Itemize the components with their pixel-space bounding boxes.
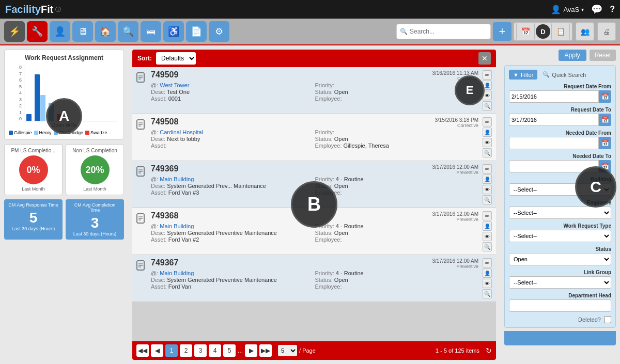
help-icon[interactable]: ?: [610, 5, 615, 14]
wr-zoom-btn-2[interactable]: 🔍: [483, 148, 492, 157]
wr-status-5: Status: Open: [315, 277, 479, 283]
wr-item[interactable]: 749508 3/15/2016 3:18 PM Corrective @: C…: [132, 114, 496, 161]
bed-btn[interactable]: 🛏: [141, 21, 161, 42]
wr-edit-btn-3[interactable]: ✏: [483, 164, 492, 173]
link-group-select[interactable]: --Select--: [509, 276, 611, 289]
needed-date-from-input[interactable]: [509, 137, 599, 149]
wr-person-btn-2[interactable]: 👤: [483, 128, 492, 137]
wr-eye-btn-5[interactable]: 👁: [483, 279, 492, 288]
accessible-btn[interactable]: ♿: [163, 21, 184, 42]
cm-response-title: CM Avg Response Time: [7, 202, 59, 208]
prev-prev-btn[interactable]: ◀◀: [136, 344, 149, 357]
wr-eye-btn-4[interactable]: 👁: [483, 232, 492, 241]
request-date-to-input[interactable]: [509, 114, 599, 126]
refresh-icon[interactable]: ↻: [486, 346, 492, 355]
legend-label-swartze: Swartze...: [90, 130, 111, 135]
deleted-label: Deleted?: [578, 316, 601, 323]
wr-body-1: 749509 3/16/2016 11:13 AM Corrective @: …: [151, 70, 478, 110]
monitor-btn[interactable]: 🖥: [72, 21, 93, 42]
wr-edit-btn-1[interactable]: ✏: [483, 70, 492, 80]
gear-btn[interactable]: ⚙: [209, 21, 229, 42]
needed-date-from-cal-btn[interactable]: 📅: [599, 137, 611, 149]
sort-close-btn[interactable]: ✕: [478, 52, 491, 65]
apply-button[interactable]: Apply: [559, 50, 586, 61]
wr-type-5: Preventive: [432, 264, 478, 269]
page-1-btn[interactable]: 1: [165, 344, 178, 357]
pm-non-ls-widget: Non LS Completion 20% Last Month: [66, 144, 124, 195]
wr-person-btn-3[interactable]: 👤: [483, 175, 492, 184]
wr-edit-btn-4[interactable]: ✏: [483, 211, 492, 220]
sort-select[interactable]: Defaults Date Priority Status: [156, 52, 196, 65]
doc-btn[interactable]: 📄: [186, 21, 207, 42]
page-4-btn[interactable]: 4: [209, 344, 221, 357]
wr-type-select[interactable]: --Select--: [509, 230, 611, 242]
overlay-a: A: [46, 98, 82, 134]
wr-zoom-btn-4[interactable]: 🔍: [483, 242, 492, 251]
request-date-from-cal-btn[interactable]: 📅: [599, 90, 611, 103]
wr-employee-4: Employee:: [315, 236, 479, 243]
wr-zoom-btn-5[interactable]: 🔍: [483, 289, 492, 298]
dept-head-input[interactable]: [509, 299, 611, 312]
right-panel: Apply Reset ▼ Filter 🔍 Quick Search Requ…: [500, 45, 620, 364]
filter-tab-filter[interactable]: ▼ Filter: [509, 70, 537, 80]
person-btn[interactable]: 👤: [50, 21, 70, 42]
wr-zoom-btn-1[interactable]: 🔍: [483, 101, 492, 110]
wr-zoom-btn-3[interactable]: 🔍: [483, 195, 492, 204]
users-icon-btn[interactable]: 👥: [576, 22, 594, 41]
request-date-from-input[interactable]: [509, 90, 599, 103]
search-btn[interactable]: 🔍: [118, 21, 138, 42]
filter-icon: ▼: [513, 72, 519, 78]
print-icon-btn[interactable]: 🖨: [597, 22, 616, 41]
wr-desc-2: Desc: Next to lobby: [151, 136, 315, 142]
wr-eye-btn-2[interactable]: 👁: [483, 138, 492, 147]
chat-icon[interactable]: 💬: [591, 4, 602, 15]
chart-title: Work Request Assignment: [9, 54, 119, 61]
wr-item[interactable]: 749509 3/16/2016 11:13 AM Corrective @: …: [132, 67, 496, 114]
house-btn[interactable]: 🏠: [95, 21, 116, 42]
add-button[interactable]: +: [493, 22, 512, 41]
reset-button[interactable]: Reset: [590, 50, 616, 61]
search-input[interactable]: [410, 28, 487, 35]
filter-dept-head-label: Department Head: [509, 293, 611, 298]
page-2-btn[interactable]: 2: [180, 344, 192, 357]
status-select[interactable]: Open Closed All: [509, 253, 611, 265]
pm-ls-widget: PM LS Completio... 0% Last Month: [4, 144, 63, 195]
wr-person-btn-4[interactable]: 👤: [483, 221, 492, 231]
bar-henry-2: [40, 95, 45, 121]
page-3-btn[interactable]: 3: [194, 344, 207, 357]
per-page-select[interactable]: 51025: [278, 345, 297, 356]
calendar-icon[interactable]: 📅: [516, 22, 535, 41]
filter-request-date-from-label: Request Date From: [509, 84, 611, 89]
wrench-btn[interactable]: 🔧: [27, 21, 48, 42]
chart-widget: Work Request Assignment 876543210: [4, 50, 124, 140]
home-btn[interactable]: ⚡: [4, 21, 25, 42]
cm-completion-widget: CM Avg Completion Time 3 Last 30 days (H…: [66, 199, 124, 240]
filter-bottom-btn[interactable]: [504, 331, 616, 345]
request-date-to-cal-btn[interactable]: 📅: [599, 114, 611, 126]
wr-header-1: 749509 3/16/2016 11:13 AM Corrective: [151, 70, 478, 81]
wr-status-2: Status: Open: [315, 136, 479, 142]
wr-edit-btn-2[interactable]: ✏: [483, 117, 492, 126]
wr-at-4: @: Main Building: [151, 223, 315, 229]
wr-person-btn-5[interactable]: 👤: [483, 268, 492, 278]
next-next-btn[interactable]: ▶▶: [259, 344, 272, 357]
doc-icon-btn[interactable]: 📋: [551, 22, 570, 41]
filter-tab-search[interactable]: 🔍 Quick Search: [538, 70, 590, 80]
deleted-checkbox[interactable]: [604, 316, 611, 323]
wr-eye-btn-3[interactable]: 👁: [483, 185, 492, 194]
header-right: 👤 AvaS ▾ 💬 ?: [551, 4, 615, 15]
filter-link-group-label: Link Group: [509, 270, 611, 275]
next-btn[interactable]: ▶: [245, 344, 257, 357]
page-5-btn[interactable]: 5: [223, 344, 236, 357]
employee-select[interactable]: --Select--: [509, 207, 611, 219]
user-icon: 👤: [551, 5, 561, 14]
search-box[interactable]: 🔍: [396, 24, 491, 39]
wr-employee-2: Employee: Gillespie, Theresa: [315, 143, 479, 149]
legend-henry: Henry: [34, 130, 52, 135]
legend-dot-swartze: [85, 131, 89, 135]
user-menu[interactable]: 👤 AvaS ▾: [551, 5, 584, 14]
filter-building: Building --Select-- C: [509, 177, 611, 196]
wr-edit-btn-5[interactable]: ✏: [483, 258, 492, 267]
wr-item[interactable]: 749367 3/17/2016 12:00 AM Preventive @: …: [132, 255, 496, 302]
prev-btn[interactable]: ◀: [151, 344, 163, 357]
